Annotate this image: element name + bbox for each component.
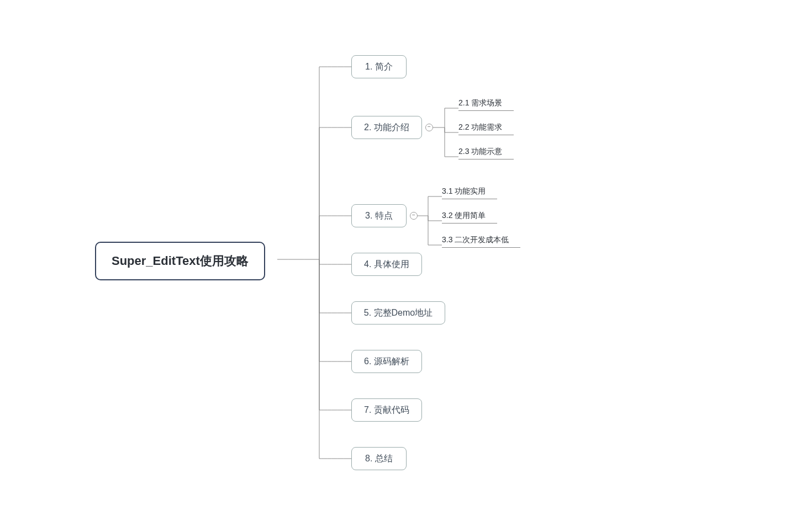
node-demo-address[interactable]: 5. 完整Demo地址 <box>351 301 445 324</box>
leaf-label: 3.1 功能实用 <box>442 187 486 195</box>
node-features[interactable]: 2. 功能介绍 <box>351 116 422 139</box>
node-label: 5. 完整Demo地址 <box>364 307 433 319</box>
leaf-functional-requirement[interactable]: 2.2 功能需求 <box>458 123 514 135</box>
node-characteristics[interactable]: 3. 特点 <box>351 204 407 227</box>
leaf-label: 2.3 功能示意 <box>458 147 502 156</box>
leaf-label: 2.1 需求场景 <box>458 98 502 107</box>
node-usage[interactable]: 4. 具体使用 <box>351 253 422 276</box>
root-node[interactable]: Super_EditText使用攻略 <box>95 242 265 280</box>
node-label: 6. 源码解析 <box>364 356 409 368</box>
node-intro[interactable]: 1. 简介 <box>351 55 407 78</box>
leaf-label: 2.2 功能需求 <box>458 123 502 131</box>
node-label: 2. 功能介绍 <box>364 122 409 134</box>
node-label: 1. 简介 <box>365 61 393 73</box>
node-label: 3. 特点 <box>365 210 393 222</box>
node-label: 8. 总结 <box>365 453 393 465</box>
collapse-toggle-features[interactable] <box>425 124 433 131</box>
leaf-function-demo[interactable]: 2.3 功能示意 <box>458 147 514 159</box>
node-label: 7. 贡献代码 <box>364 405 409 416</box>
leaf-label: 3.3 二次开发成本低 <box>442 235 509 244</box>
node-contribute-code[interactable]: 7. 贡献代码 <box>351 398 422 422</box>
leaf-label: 3.2 使用简单 <box>442 211 486 220</box>
node-summary[interactable]: 8. 总结 <box>351 447 407 470</box>
leaf-requirement-scenario[interactable]: 2.1 需求场景 <box>458 98 514 111</box>
leaf-easy-to-use[interactable]: 3.2 使用简单 <box>442 211 497 224</box>
collapse-toggle-characteristics[interactable] <box>410 212 418 220</box>
leaf-low-dev-cost[interactable]: 3.3 二次开发成本低 <box>442 235 520 248</box>
node-source-analysis[interactable]: 6. 源码解析 <box>351 350 422 373</box>
node-label: 4. 具体使用 <box>364 259 409 270</box>
root-label: Super_EditText使用攻略 <box>112 253 249 269</box>
leaf-practical-function[interactable]: 3.1 功能实用 <box>442 187 497 199</box>
mindmap-canvas[interactable]: Super_EditText使用攻略 1. 简介 2. 功能介绍 3. 特点 4… <box>0 0 791 532</box>
